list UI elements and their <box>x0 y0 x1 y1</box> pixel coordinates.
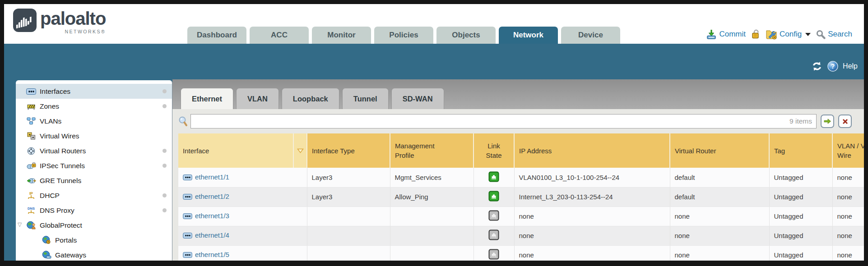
network-sidebar: InterfacesZonesVLANsVirtual WiresVirtual… <box>16 80 172 261</box>
column-header-link-state[interactable]: Link State <box>473 133 514 168</box>
table-row[interactable]: ethernet1/4nonenoneUntaggednone <box>178 226 864 245</box>
cell-ip-address: none <box>514 206 670 226</box>
sidebar-item-interfaces[interactable]: Interfaces <box>16 84 172 99</box>
filter-search-icon <box>178 116 188 127</box>
column-header-ip-address[interactable]: IP Address <box>514 133 670 168</box>
cell-virtual-router: none <box>670 245 769 261</box>
status-dot <box>162 164 167 168</box>
link-state-up-icon <box>488 171 499 183</box>
cell-tag: Untagged <box>769 187 832 206</box>
tab-device[interactable]: Device <box>561 27 620 44</box>
refresh-icon[interactable] <box>811 61 823 71</box>
column-header-tag[interactable]: Tag <box>769 133 832 168</box>
tab-policies[interactable]: Policies <box>374 27 433 44</box>
help-label[interactable]: Help <box>843 62 858 70</box>
tab-objects[interactable]: Objects <box>436 27 496 44</box>
sidebar-item-vlans[interactable]: VLANs <box>16 114 172 128</box>
vlans-icon <box>26 117 37 125</box>
table-row[interactable]: ethernet1/1Layer3Mgmt_ServicesVLAN0100_L… <box>178 168 864 187</box>
subtab-vlan[interactable]: VLAN <box>236 88 279 109</box>
column-header-management-profile[interactable]: Management Profile <box>390 133 473 168</box>
search-button[interactable]: Search <box>816 29 852 39</box>
sidebar-item-label: GRE Tunnels <box>40 177 81 185</box>
column-header-virtual-router[interactable]: Virtual Router <box>670 133 769 168</box>
column-header-interface-type[interactable]: Interface Type <box>307 133 390 168</box>
interfaces-table-zone: Interface Interface Type Management Prof… <box>178 133 864 261</box>
ipsec-tunnels-icon <box>26 161 37 170</box>
filter-input[interactable] <box>190 114 817 128</box>
main-content: EthernetVLANLoopbackTunnelSD-WAN 9 items <box>172 79 864 261</box>
cell-management-profile: Allow_Ping <box>390 187 473 206</box>
interface-link[interactable]: ethernet1/4 <box>195 231 229 239</box>
svg-text:?: ? <box>831 63 835 70</box>
top-header: paloalto NETWORKS® DashboardACCMonitorPo… <box>4 4 864 44</box>
ethernet-interface-icon <box>183 193 192 201</box>
cell-management-profile: Mgmt_Services <box>390 168 473 187</box>
sidebar-item-label: Portals <box>55 236 77 244</box>
sidebar-item-dns-proxy[interactable]: DNSDNS Proxy <box>16 203 172 218</box>
cell-management-profile <box>390 226 473 245</box>
subtab-sd-wan[interactable]: SD-WAN <box>391 88 444 109</box>
tab-dashboard[interactable]: Dashboard <box>187 27 246 44</box>
tab-network[interactable]: Network <box>499 27 558 44</box>
config-button[interactable]: Config <box>766 29 811 40</box>
cell-tag: Untagged <box>769 168 832 187</box>
interface-link[interactable]: ethernet1/3 <box>195 212 229 220</box>
cell-interface-type: Layer3 <box>307 168 390 187</box>
search-icon <box>816 29 826 39</box>
status-dot <box>162 149 167 153</box>
sidebar-item-label: Virtual Wires <box>40 132 79 140</box>
interface-link[interactable]: ethernet1/2 <box>195 193 229 200</box>
cell-vlan-wire: none <box>832 187 864 206</box>
lock-icon[interactable] <box>751 29 761 40</box>
sidebar-item-gateways[interactable]: Gateways <box>16 248 172 261</box>
green-arrow-icon <box>823 118 831 124</box>
sidebar-item-virtual-routers[interactable]: Virtual Routers <box>16 143 172 158</box>
cell-vlan-wire: none <box>832 168 864 187</box>
clear-filter-button[interactable] <box>838 115 852 128</box>
tab-monitor[interactable]: Monitor <box>312 27 371 44</box>
sidebar-item-dhcp[interactable]: IPDHCP <box>16 188 172 203</box>
cell-interface-type: Layer3 <box>307 187 390 206</box>
commit-button[interactable]: Commit <box>706 29 746 40</box>
subtab-loopback[interactable]: Loopback <box>282 88 339 109</box>
tab-acc[interactable]: ACC <box>250 27 309 44</box>
cell-virtual-router: default <box>670 168 769 187</box>
table-row[interactable]: ethernet1/3nonenoneUntaggednone <box>178 206 864 226</box>
table-row[interactable]: ethernet1/5nonenoneUntaggednone <box>178 245 864 261</box>
cell-virtual-router: none <box>670 206 769 226</box>
help-icon[interactable]: ? <box>827 61 838 72</box>
column-header-vlan-wire[interactable]: VLAN / Virtual Wire <box>832 133 864 168</box>
status-dot <box>162 208 167 212</box>
sidebar-item-portals[interactable]: Portals <box>16 233 172 248</box>
ethernet-interface-icon <box>183 213 192 220</box>
table-row[interactable]: ethernet1/2Layer3Allow_PingInternet_L3_2… <box>178 187 864 206</box>
sort-dropdown-button[interactable] <box>293 133 307 168</box>
sidebar-item-gre-tunnels[interactable]: GRE Tunnels <box>16 173 172 188</box>
apply-filter-button[interactable] <box>821 115 834 128</box>
column-header-interface[interactable]: Interface <box>178 133 293 168</box>
cell-management-profile <box>390 206 473 226</box>
sidebar-item-virtual-wires[interactable]: Virtual Wires <box>16 128 172 143</box>
commit-label: Commit <box>719 30 746 39</box>
interface-link[interactable]: ethernet1/1 <box>195 173 229 181</box>
red-x-icon <box>842 118 849 125</box>
subtab-ethernet[interactable]: Ethernet <box>181 88 233 109</box>
sidebar-item-zones[interactable]: Zones <box>16 99 172 114</box>
secondary-bar-actions: ? Help <box>811 61 858 72</box>
link-state-down-icon <box>488 249 499 261</box>
subtab-strip: EthernetVLANLoopbackTunnelSD-WAN <box>172 79 864 109</box>
sidebar-item-ipsec-tunnels[interactable]: IPSec Tunnels <box>16 158 172 173</box>
filter-toolbar: 9 items <box>172 109 864 133</box>
sidebar-item-globalprotect[interactable]: ▽GlobalProtect <box>16 218 172 233</box>
ethernet-interface-icon <box>183 252 192 259</box>
subtab-tunnel[interactable]: Tunnel <box>342 88 389 109</box>
cell-ip-address: none <box>514 226 670 245</box>
cell-interface-type <box>307 226 390 245</box>
expander-triangle-icon[interactable]: ▽ <box>18 221 22 228</box>
cell-tag: Untagged <box>769 245 832 261</box>
interface-link[interactable]: ethernet1/5 <box>195 251 229 258</box>
logo-networks-text: NETWORKS® <box>65 29 106 34</box>
cell-link-state <box>473 168 514 187</box>
interfaces-table: Interface Interface Type Management Prof… <box>178 133 864 261</box>
